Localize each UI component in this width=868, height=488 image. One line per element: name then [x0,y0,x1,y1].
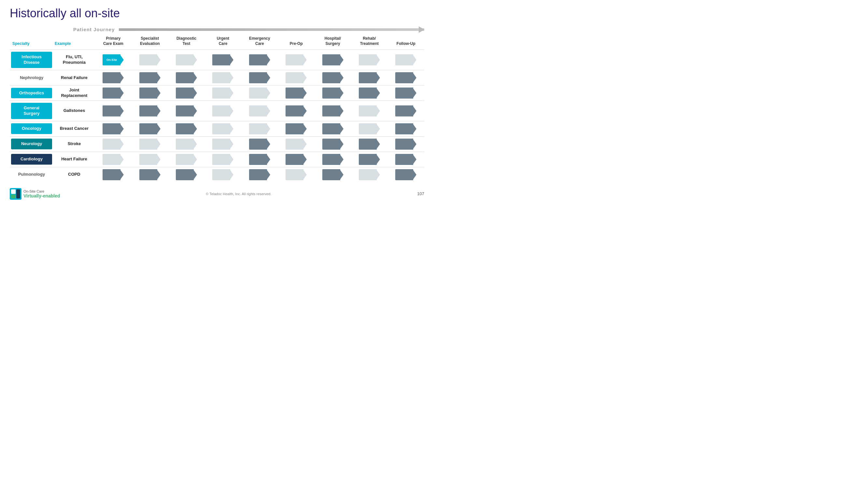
specialty-badge: Orthopedics [11,88,52,99]
stage-cell-r3-s1 [131,100,168,121]
footer-page: 107 [417,191,424,196]
stage-cell-r5-s7 [351,136,388,152]
table-row: InfectiousDiseaseFlu, UTI,PneumoniaOn-Si… [10,50,424,70]
col-header-stage-8: Follow-Up [388,35,424,50]
stage-cell-r7-s6 [314,167,351,182]
col-header-stage-7: Rehab/Treatment [351,35,388,50]
table-row: GeneralSurgeryGallstones [10,100,424,121]
logo-text: On-Site Care Virtually-enabled [24,189,60,198]
stage-cell-r3-s3 [205,100,241,121]
specialty-badge: InfectiousDisease [11,52,52,68]
stage-cell-r2-s7 [351,85,388,100]
teladoc-logo-icon [10,188,22,200]
stage-cell-r5-s4 [241,136,278,152]
stage-cell-r4-s8 [388,121,424,136]
stage-cell-r6-s2 [168,152,205,167]
stage-cell-r0-s2 [168,50,205,70]
table-row: CardiologyHeart Failure [10,152,424,167]
stage-cell-r7-s5 [278,167,314,182]
stage-cell-r4-s5 [278,121,314,136]
stage-cell-r7-s7 [351,167,388,182]
stage-cell-r7-s8 [388,167,424,182]
data-table: Specialty Example PrimaryCare Exam Speci… [10,35,424,182]
col-header-stage-3: UrgentCare [205,35,241,50]
stage-cell-r0-s7 [351,50,388,70]
col-header-stage-0: PrimaryCare Exam [95,35,131,50]
specialty-cell: Cardiology [10,152,53,167]
stage-cell-r0-s3 [205,50,241,70]
stage-cell-r5-s3 [205,136,241,152]
stage-cell-r1-s4 [241,70,278,85]
specialty-badge: Oncology [11,123,52,134]
stage-cell-r4-s3 [205,121,241,136]
journey-label: Patient Journey [73,27,115,32]
stage-cell-r7-s4 [241,167,278,182]
specialty-badge: Nephrology [11,72,52,83]
stage-cell-r6-s4 [241,152,278,167]
stage-cell-r2-s8 [388,85,424,100]
example-cell: COPD [53,167,95,182]
stage-cell-r2-s1 [131,85,168,100]
example-cell: JointReplacement [53,85,95,100]
stage-cell-r3-s5 [278,100,314,121]
stage-cell-r2-s6 [314,85,351,100]
legend-virtual-label: Virtually-enabled [24,193,60,198]
example-cell: Stroke [53,136,95,152]
stage-cell-r1-s7 [351,70,388,85]
stage-cell-r2-s2 [168,85,205,100]
stage-cell-r3-s6 [314,100,351,121]
stage-cell-r7-s2 [168,167,205,182]
stage-cell-r1-s1 [131,70,168,85]
footer-copyright: © Teladoc Health, Inc. All rights reserv… [206,192,271,196]
stage-cell-r0-s0: On-Site [95,50,131,70]
stage-cell-r6-s7 [351,152,388,167]
legend-onsite-label: On-Site Care [24,189,60,193]
footer: On-Site Care Virtually-enabled © Teladoc… [10,188,424,200]
col-header-stage-1: SpecialistEvaluation [131,35,168,50]
col-header-example: Example [53,35,95,50]
specialty-badge: Pulmonology [11,169,52,180]
stage-cell-r1-s3 [205,70,241,85]
specialty-badge: Cardiology [11,154,52,165]
specialty-cell: Nephrology [10,70,53,85]
stage-cell-r5-s2 [168,136,205,152]
specialty-cell: Orthopedics [10,85,53,100]
stage-cell-r1-s6 [314,70,351,85]
col-header-stage-2: DiagnosticTest [168,35,205,50]
stage-cell-r3-s8 [388,100,424,121]
stage-cell-r2-s3 [205,85,241,100]
stage-cell-r5-s5 [278,136,314,152]
stage-cell-r0-s1 [131,50,168,70]
stage-cell-r4-s6 [314,121,351,136]
stage-cell-r2-s4 [241,85,278,100]
table-row: PulmonologyCOPD [10,167,424,182]
stage-cell-r3-s4 [241,100,278,121]
example-cell: Gallstones [53,100,95,121]
col-header-stage-5: Pre-Op [278,35,314,50]
stage-cell-r2-s5 [278,85,314,100]
stage-cell-r5-s6 [314,136,351,152]
stage-cell-r6-s0 [95,152,131,167]
stage-cell-r4-s7 [351,121,388,136]
stage-cell-r5-s8 [388,136,424,152]
stage-cell-r1-s0 [95,70,131,85]
svg-rect-1 [11,189,16,194]
stage-cell-r2-s0 [95,85,131,100]
stage-cell-r6-s3 [205,152,241,167]
svg-rect-2 [11,195,16,198]
specialty-cell: Oncology [10,121,53,136]
stage-cell-r3-s0 [95,100,131,121]
specialty-badge: GeneralSurgery [11,103,52,119]
stage-cell-r6-s5 [278,152,314,167]
stage-cell-r6-s6 [314,152,351,167]
stage-cell-r4-s1 [131,121,168,136]
journey-arrow [119,28,424,31]
specialty-cell: Neurology [10,136,53,152]
stage-cell-r1-s5 [278,70,314,85]
example-cell: Renal Failure [53,70,95,85]
specialty-cell: Pulmonology [10,167,53,182]
col-header-stage-4: EmergencyCare [241,35,278,50]
stage-cell-r1-s8 [388,70,424,85]
stage-cell-r7-s1 [131,167,168,182]
stage-cell-r6-s8 [388,152,424,167]
